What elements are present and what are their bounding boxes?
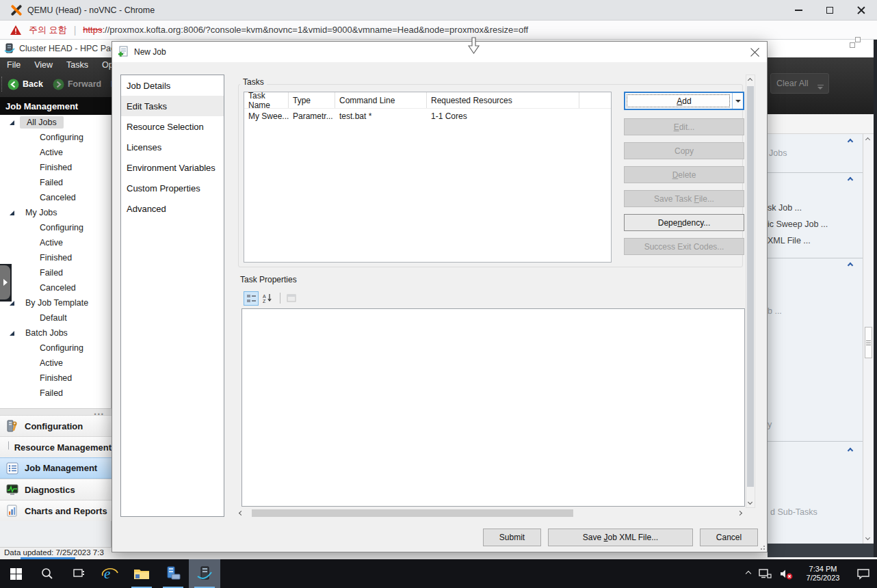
tree-item-active[interactable]: Active: [0, 145, 111, 160]
back-button[interactable]: Back: [8, 79, 43, 90]
scrollbar-thumb[interactable]: [252, 509, 573, 517]
scroll-down-icon[interactable]: [865, 535, 870, 540]
dependency-button[interactable]: Dependency...: [624, 214, 744, 231]
dialog-nav-custom-properties[interactable]: Custom Properties: [121, 178, 224, 198]
tree-item-failed[interactable]: Failed: [0, 386, 111, 401]
start-button[interactable]: [0, 559, 31, 588]
table-row[interactable]: My Swee... Parametr... test.bat * 1-1 Co…: [244, 109, 611, 124]
chrome-close-button[interactable]: [846, 0, 877, 21]
actions-scrollbar[interactable]: [863, 134, 874, 544]
alphabetical-sort-button[interactable]: AZ: [260, 291, 275, 306]
collapse-section-icon[interactable]: [848, 177, 853, 183]
collapse-section-icon[interactable]: [848, 263, 853, 268]
tree-item-configuring[interactable]: Configuring: [0, 220, 111, 235]
action-item-fragment[interactable]: b ...: [768, 306, 782, 316]
edit-button[interactable]: Edit...: [624, 118, 744, 135]
pinned-app-button[interactable]: [157, 559, 189, 588]
network-icon[interactable]: [759, 568, 772, 579]
nav-charts-and-reports[interactable]: Charts and Reports: [0, 500, 112, 521]
categorized-view-button[interactable]: [244, 291, 259, 306]
action-item-fragment[interactable]: d Sub-Tasks: [770, 507, 817, 517]
tree-expander-icon[interactable]: [10, 120, 14, 125]
scroll-up-icon[interactable]: [748, 78, 752, 83]
submit-button[interactable]: Submit: [483, 529, 541, 546]
tray-overflow-icon[interactable]: [746, 571, 751, 576]
nav-job-management[interactable]: Job Management: [0, 457, 112, 479]
dialog-nav-resource-selection[interactable]: Resource Selection: [121, 116, 224, 137]
menu-view[interactable]: View: [27, 58, 60, 72]
column-header-type[interactable]: Type: [289, 92, 335, 108]
dialog-vertical-scrollbar[interactable]: [746, 75, 755, 508]
tree-item-default[interactable]: Default: [0, 310, 111, 325]
scroll-down-icon[interactable]: [748, 500, 752, 505]
volume-muted-icon[interactable]: [780, 568, 794, 580]
hpc-cluster-manager-button[interactable]: [189, 559, 220, 588]
dialog-nav-environment-variables[interactable]: Environment Variables: [121, 157, 224, 178]
search-button[interactable]: [31, 559, 63, 588]
dialog-titlebar[interactable]: New Job: [112, 42, 767, 62]
tree-item-finished[interactable]: Finished: [0, 371, 111, 386]
sidebar-splitter[interactable]: •••: [0, 408, 112, 415]
tree-item-batch-jobs[interactable]: Batch Jobs: [0, 325, 111, 340]
collapse-section-icon[interactable]: [848, 448, 853, 453]
tree-item-active[interactable]: Active: [0, 235, 111, 250]
tree-expander-icon[interactable]: [10, 211, 14, 215]
tree-item-canceled[interactable]: Canceled: [0, 190, 111, 205]
chrome-url-bar[interactable]: 주의 요함 | https://proxmox.kofta.org:8006/?…: [0, 21, 877, 40]
action-item-fragment[interactable]: ic Sweep Job ...: [768, 219, 828, 229]
scroll-up-icon[interactable]: [865, 137, 870, 142]
property-pages-button[interactable]: [284, 291, 299, 306]
dialog-nav-job-details[interactable]: Job Details: [121, 75, 224, 96]
nav-diagnostics[interactable]: Diagnostics: [0, 479, 112, 500]
dialog-close-button[interactable]: [750, 46, 761, 57]
action-item-fragment[interactable]: sk Job ...: [768, 203, 802, 213]
chrome-minimize-button[interactable]: [783, 0, 814, 21]
task-view-button[interactable]: [63, 559, 94, 588]
scroll-right-icon[interactable]: [737, 511, 742, 516]
add-button[interactable]: Add: [624, 92, 744, 110]
tree-item-configuring[interactable]: Configuring: [0, 130, 111, 145]
forward-button[interactable]: Forward: [53, 79, 101, 90]
tasks-table[interactable]: Task Name Type Command Line Requested Re…: [244, 92, 612, 263]
tree-item-finished[interactable]: Finished: [0, 250, 111, 265]
menu-tasks[interactable]: Tasks: [60, 58, 95, 72]
resize-grip[interactable]: [759, 544, 765, 550]
nav-configuration[interactable]: Configuration: [0, 415, 112, 436]
menu-file[interactable]: File: [0, 58, 27, 72]
chrome-maximize-button[interactable]: [814, 0, 846, 21]
action-item-fragment[interactable]: XML File ...: [768, 236, 811, 245]
security-warning-label[interactable]: 주의 요함: [29, 24, 67, 36]
column-header-requested-resources[interactable]: Requested Resources: [427, 92, 579, 108]
dialog-horizontal-scrollbar[interactable]: [237, 508, 744, 518]
action-center-icon[interactable]: [856, 568, 870, 580]
file-explorer-button[interactable]: [126, 559, 157, 588]
copy-button[interactable]: Copy: [624, 142, 744, 159]
tree-item-failed[interactable]: Failed: [0, 175, 111, 190]
scrollbar-thumb[interactable]: [747, 86, 754, 487]
scrollbar-thumb[interactable]: [865, 327, 872, 358]
tree-item-configuring[interactable]: Configuring: [0, 340, 111, 356]
tree-item-failed[interactable]: Failed: [0, 265, 111, 280]
save-job-xml-button[interactable]: Save Job XML File...: [548, 529, 693, 546]
scroll-left-icon[interactable]: [239, 511, 244, 516]
action-item-fragment[interactable]: y: [768, 420, 772, 429]
tree-item-by-job-template[interactable]: By Job Template: [0, 295, 111, 310]
collapse-section-icon[interactable]: [848, 139, 853, 144]
column-header-task-name[interactable]: Task Name: [244, 92, 289, 108]
internet-explorer-button[interactable]: e: [94, 559, 126, 588]
cancel-button[interactable]: Cancel: [700, 529, 758, 546]
tree-item-canceled[interactable]: Canceled: [0, 280, 111, 295]
add-dropdown-button[interactable]: [732, 93, 743, 109]
tree-item-all-jobs[interactable]: All Jobs: [0, 115, 111, 130]
column-header-command-line[interactable]: Command Line: [335, 92, 427, 108]
save-task-file-button[interactable]: Save Task File...: [624, 190, 744, 207]
tree-item-active[interactable]: Active: [0, 356, 111, 371]
tree-item-finished[interactable]: Finished: [0, 160, 111, 175]
dialog-nav-licenses[interactable]: Licenses: [121, 137, 224, 157]
collapsed-pane-handle[interactable]: [0, 264, 12, 302]
clear-all-button[interactable]: Clear All: [770, 73, 829, 94]
dialog-nav-advanced[interactable]: Advanced: [121, 198, 224, 219]
property-grid[interactable]: [241, 308, 745, 507]
tree-item-my-jobs[interactable]: My Jobs: [0, 205, 111, 220]
taskbar-clock[interactable]: 7:34 PM 7/25/2023: [802, 565, 844, 583]
